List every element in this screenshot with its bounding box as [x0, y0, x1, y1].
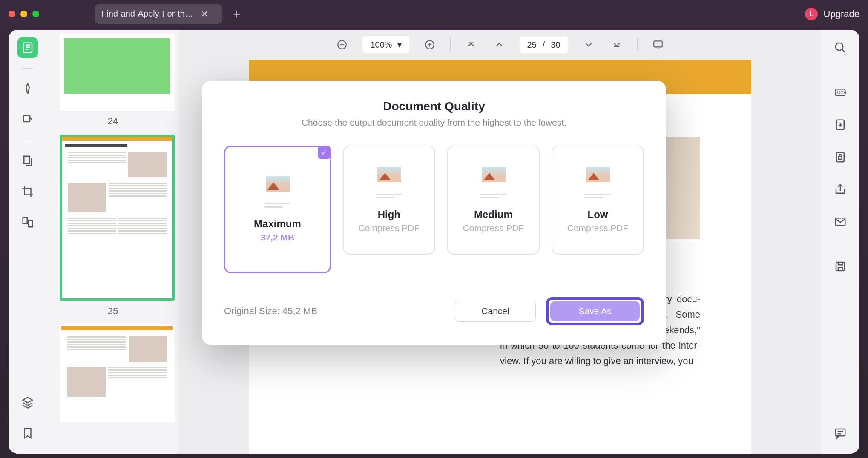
- dialog-subtitle: Choose the output document quality from …: [224, 117, 644, 128]
- presentation-button[interactable]: [650, 37, 666, 52]
- quality-options: ✓ Maximum 37,2 MB High Compress PDF: [224, 146, 644, 273]
- upgrade-link[interactable]: Upgrade: [824, 9, 859, 20]
- svg-rect-12: [839, 157, 842, 159]
- quality-option-low[interactable]: Low Compress PDF: [552, 146, 644, 255]
- svg-point-7: [836, 43, 843, 51]
- dropdown-icon: ▾: [397, 40, 402, 50]
- quality-thumb-icon: [374, 167, 404, 198]
- share-button[interactable]: [830, 179, 851, 200]
- first-page-button[interactable]: [463, 37, 479, 52]
- zoom-out-button[interactable]: [334, 37, 350, 52]
- quality-name: Maximum: [254, 218, 301, 230]
- reader-mode-button[interactable]: [17, 37, 38, 58]
- save-as-highlight: Save As: [546, 297, 644, 325]
- page-indicator[interactable]: 25 / 30: [520, 37, 568, 53]
- save-button[interactable]: [830, 256, 851, 277]
- page-separator: /: [543, 40, 545, 50]
- separator: [450, 38, 451, 51]
- separator: [637, 38, 638, 51]
- svg-rect-6: [654, 41, 662, 47]
- close-tab-icon[interactable]: ✕: [201, 9, 208, 19]
- right-toolbar: OCR: [821, 30, 859, 454]
- thumbnail-page-25[interactable]: 25: [60, 135, 166, 317]
- next-page-button[interactable]: [581, 37, 596, 52]
- dialog-title: Document Quality: [224, 100, 644, 113]
- ocr-button[interactable]: OCR: [830, 82, 851, 103]
- close-window-button[interactable]: [9, 11, 15, 17]
- svg-rect-2: [23, 218, 27, 224]
- svg-rect-3: [28, 220, 32, 227]
- separator: [835, 70, 845, 70]
- email-button[interactable]: [830, 212, 851, 232]
- thumbnail-page-26[interactable]: [60, 324, 166, 422]
- prev-page-button[interactable]: [491, 37, 507, 52]
- window-controls: [9, 11, 39, 17]
- quality-option-high[interactable]: High Compress PDF: [343, 146, 435, 255]
- quality-sub: Compress PDF: [463, 223, 524, 233]
- quality-thumb-icon: [478, 167, 508, 198]
- document-toolbar: 100% ▾ 25 / 30: [179, 30, 821, 60]
- user-avatar[interactable]: L: [805, 8, 818, 20]
- quality-name: Medium: [474, 209, 513, 220]
- maximize-window-button[interactable]: [32, 11, 39, 17]
- left-toolbar: [9, 30, 47, 454]
- page-organize-button[interactable]: [17, 151, 38, 171]
- highlight-tool-button[interactable]: [17, 79, 38, 99]
- svg-rect-15: [836, 429, 845, 436]
- crop-tool-button[interactable]: [17, 181, 38, 202]
- quality-size: 37,2 MB: [261, 232, 294, 243]
- save-as-button[interactable]: Save As: [550, 301, 640, 321]
- quality-thumb-icon: [262, 176, 292, 208]
- total-pages: 30: [551, 40, 560, 50]
- search-button[interactable]: [830, 37, 851, 58]
- document-tab[interactable]: Find-and-Apply-For-the-B… ✕: [95, 4, 222, 24]
- thumbnail-label: 25: [60, 306, 166, 317]
- quality-option-maximum[interactable]: ✓ Maximum 37,2 MB: [224, 146, 331, 273]
- separator: [835, 244, 845, 244]
- thumbnail-label: 24: [60, 116, 166, 127]
- svg-rect-1: [24, 156, 29, 164]
- tab-title: Find-and-Apply-For-the-B…: [101, 9, 195, 19]
- protect-button[interactable]: [830, 147, 851, 167]
- quality-thumb-icon: [583, 167, 612, 198]
- quality-option-medium[interactable]: Medium Compress PDF: [447, 146, 540, 255]
- quality-name: Low: [587, 209, 608, 220]
- annotate-tool-button[interactable]: [17, 109, 38, 130]
- zoom-in-button[interactable]: [422, 37, 437, 52]
- document-quality-dialog: Document Quality Choose the output docum…: [202, 81, 666, 345]
- zoom-select[interactable]: 100% ▾: [362, 36, 409, 53]
- thumbnail-page-24[interactable]: 24: [60, 34, 166, 127]
- thumbnail-panel[interactable]: 24: [47, 30, 179, 454]
- compare-tool-button[interactable]: [17, 212, 38, 232]
- comments-button[interactable]: [830, 423, 851, 444]
- zoom-value: 100%: [370, 40, 392, 50]
- app-window: 24: [9, 30, 859, 454]
- separator: [23, 68, 33, 69]
- minimize-window-button[interactable]: [20, 11, 27, 17]
- svg-rect-14: [836, 262, 845, 271]
- svg-text:OCR: OCR: [837, 90, 847, 95]
- layers-button[interactable]: [17, 392, 38, 413]
- quality-sub: Compress PDF: [359, 223, 420, 233]
- separator: [23, 140, 33, 140]
- new-tab-button[interactable]: ＋: [231, 6, 243, 22]
- original-size-label: Original Size: 45,2 MB: [224, 306, 445, 317]
- bookmark-button[interactable]: [17, 423, 38, 444]
- quality-sub: Compress PDF: [567, 223, 629, 233]
- last-page-button[interactable]: [609, 37, 624, 52]
- convert-button[interactable]: [830, 114, 851, 135]
- current-page: 25: [527, 40, 537, 50]
- quality-name: High: [378, 209, 400, 220]
- check-icon: ✓: [318, 146, 331, 159]
- titlebar: Find-and-Apply-For-the-B… ✕ ＋ L Upgrade: [0, 0, 868, 28]
- cancel-button[interactable]: Cancel: [455, 301, 536, 322]
- dialog-footer: Original Size: 45,2 MB Cancel Save As: [224, 297, 644, 325]
